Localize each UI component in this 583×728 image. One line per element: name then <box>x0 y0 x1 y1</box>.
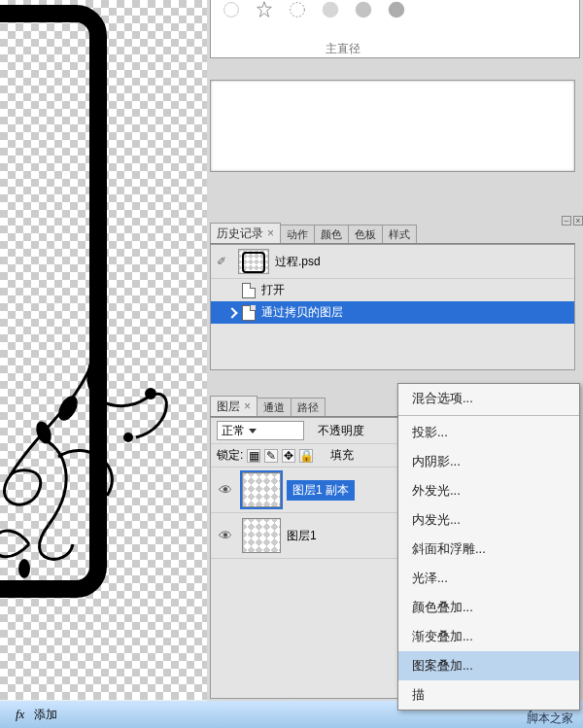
menu-item-pattern-overlay[interactable]: 图案叠加 <box>398 651 579 680</box>
history-step-label: 通过拷贝的图层 <box>261 304 343 321</box>
brush-swatch[interactable] <box>349 0 378 32</box>
lock-position-icon[interactable]: ✥ <box>282 449 295 463</box>
flourish-ornament <box>0 340 204 593</box>
menu-item-gradient-overlay[interactable]: 渐变叠加 <box>398 622 579 651</box>
menu-item-inner-glow[interactable]: 内发光 <box>398 505 579 535</box>
history-step-label: 打开 <box>261 282 285 298</box>
svg-point-5 <box>224 3 239 17</box>
lock-transparent-icon[interactable]: ▦ <box>247 449 260 463</box>
tab-color[interactable]: 颜色 <box>314 225 349 243</box>
history-tabs: 历史记录× 动作 颜色 色板 样式 <box>210 224 575 244</box>
svg-point-7 <box>323 2 339 18</box>
fx-button[interactable]: fx <box>16 707 24 722</box>
add-label: 添加 <box>34 707 57 723</box>
svg-point-8 <box>356 2 372 18</box>
menu-item-bevel-emboss[interactable]: 斜面和浮雕 <box>398 535 579 564</box>
snapshot-thumb <box>238 249 269 274</box>
history-snapshot[interactable]: ✐ 过程.psd <box>211 245 574 279</box>
brush-stroke-preview <box>210 80 575 172</box>
close-icon[interactable]: × <box>267 226 274 240</box>
history-file-name: 过程.psd <box>275 254 321 270</box>
history-panel: 历史记录× 动作 颜色 色板 样式 ✐ 过程.psd 打开 通过拷贝的图层 <box>210 224 575 379</box>
menu-item-color-overlay[interactable]: 颜色叠加 <box>398 593 579 622</box>
menu-item-blending-options[interactable]: 混合选项 <box>398 384 579 413</box>
lock-all-icon[interactable]: 🔒 <box>299 449 313 463</box>
svg-point-4 <box>18 559 30 578</box>
svg-point-6 <box>291 3 305 17</box>
close-icon[interactable]: × <box>244 399 251 413</box>
blend-mode-value: 正常 <box>222 423 245 439</box>
brush-swatch[interactable] <box>250 0 279 32</box>
current-step-marker-icon <box>226 307 237 318</box>
layer-thumbnail[interactable] <box>242 518 281 553</box>
chevron-down-icon <box>249 429 257 433</box>
tab-paths[interactable]: 路径 <box>291 398 326 416</box>
visibility-toggle-icon[interactable]: 👁 <box>215 528 236 543</box>
brush-swatch[interactable] <box>217 0 246 32</box>
menu-separator <box>398 415 579 416</box>
brush-swatch[interactable] <box>283 0 312 32</box>
svg-point-0 <box>145 388 156 399</box>
tab-swatches[interactable]: 色板 <box>348 225 383 243</box>
menu-item-satin[interactable]: 光泽 <box>398 564 579 593</box>
document-icon <box>242 305 256 321</box>
tab-history[interactable]: 历史记录× <box>210 223 281 243</box>
lock-label: 锁定: <box>217 447 243 464</box>
menu-item-inner-shadow[interactable]: 内阴影 <box>398 447 579 476</box>
layer-style-context-menu: 混合选项 投影 内阴影 外发光 内发光 斜面和浮雕 光泽 颜色叠加 渐变叠加 图… <box>397 383 580 711</box>
svg-point-9 <box>389 2 405 18</box>
menu-item-drop-shadow[interactable]: 投影 <box>398 418 579 447</box>
svg-point-2 <box>54 393 82 424</box>
menu-item-stroke[interactable]: 描 <box>398 680 579 710</box>
panels-dock: 主直径 – × 历史记录× 动作 颜色 色板 样式 ✐ 过程.psd 打开 <box>207 0 583 728</box>
opacity-label: 不透明度 <box>318 423 364 439</box>
history-step[interactable]: 打开 <box>211 279 574 301</box>
menu-item-outer-glow[interactable]: 外发光 <box>398 476 579 505</box>
tab-actions[interactable]: 动作 <box>280 225 315 243</box>
history-step[interactable]: 通过拷贝的图层 <box>211 301 574 324</box>
tab-channels[interactable]: 通道 <box>257 398 292 416</box>
brush-diameter-label: 主直径 <box>326 41 360 57</box>
fill-label: 填充 <box>330 447 354 464</box>
layer-thumbnail[interactable] <box>242 472 281 507</box>
layer-name[interactable]: 图层1 副本 <box>287 480 355 501</box>
layer-name[interactable]: 图层1 <box>287 528 317 544</box>
blend-mode-select[interactable]: 正常 <box>217 421 304 440</box>
document-icon <box>242 283 256 298</box>
brush-swatch[interactable] <box>382 0 411 32</box>
brush-icon: ✐ <box>217 255 232 268</box>
brush-swatch[interactable] <box>316 0 345 32</box>
tab-layers[interactable]: 图层× <box>210 396 257 416</box>
lock-pixels-icon[interactable]: ✎ <box>264 449 278 463</box>
svg-point-1 <box>123 433 133 442</box>
visibility-toggle-icon[interactable]: 👁 <box>215 482 236 498</box>
brush-picker-panel: 主直径 <box>210 0 580 58</box>
tab-styles[interactable]: 样式 <box>382 225 417 243</box>
document-canvas[interactable] <box>0 0 207 700</box>
